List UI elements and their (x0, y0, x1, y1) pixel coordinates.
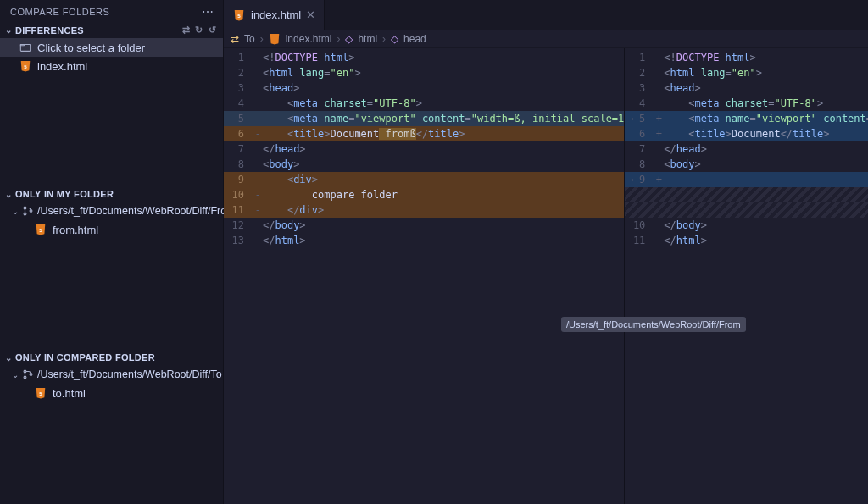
sidebar-title-bar: COMPARE FOLDERS ⋯ (0, 0, 223, 22)
diff-left-pane[interactable]: 1<!DOCTYPE html>2<html lang="en">3<head>… (224, 48, 625, 504)
swap-icon[interactable]: ⇄ (182, 25, 190, 36)
chevron-down-icon: ⌄ (12, 207, 19, 216)
only-my-file-name: from.html (53, 224, 98, 236)
code-line[interactable]: 10</body> (625, 218, 868, 233)
refresh-icon[interactable]: ↻ (195, 25, 203, 36)
chevron-right-icon: › (337, 33, 340, 45)
element-icon: ◇ (391, 33, 398, 45)
code-line[interactable]: 11</html> (625, 233, 868, 248)
code-line[interactable]: 5- <meta name="viewport" content="width=… (224, 111, 624, 126)
code-line[interactable]: 3<head> (625, 80, 868, 96)
code-content: <title>Document fromß</title> (263, 128, 624, 140)
chevron-down-icon: ⌄ (3, 25, 14, 35)
line-number: 1 (224, 52, 253, 64)
code-content: </head> (263, 143, 624, 155)
editor-tab-bar: 5 index.html ✕ ↑ ↓ ⎚ ▥ ⋯ (224, 0, 868, 30)
only-compared-folder-path-row[interactable]: ⌄ /Users/t_ft/Documents/WebRoot/Diff/To (0, 365, 223, 384)
code-line[interactable]: 1<!DOCTYPE html> (224, 50, 624, 65)
code-line[interactable]: 8<body> (625, 157, 868, 172)
only-compared-file-name: to.html (53, 387, 86, 400)
svg-point-8 (30, 374, 32, 376)
code-content: </body> (263, 219, 624, 231)
code-line[interactable]: 2<html lang="en"> (224, 65, 624, 80)
close-icon[interactable]: ✕ (306, 8, 315, 21)
code-line[interactable]: 4 <meta charset="UTF-8"> (625, 96, 868, 111)
code-line[interactable]: 7</head> (625, 141, 868, 157)
chevron-right-icon: › (260, 33, 264, 45)
sidebar-title: COMPARE FOLDERS (10, 7, 109, 17)
line-number: 4 (224, 97, 253, 109)
code-line[interactable]: 6- <title>Document fromß</title> (224, 126, 624, 141)
code-line[interactable] (625, 187, 868, 202)
only-my-folder-path-row[interactable]: ⌄ /Users/t_ft/Documents/WebRoot/Diff/Fro… (0, 202, 223, 220)
diff-file-row[interactable]: 5 index.html (0, 57, 223, 75)
only-compared-folder-header[interactable]: ⌄ONLY IN COMPARED FOLDER (0, 350, 223, 365)
diff-right-pane[interactable]: 1<!DOCTYPE html>2<html lang="en">3<head>… (625, 48, 868, 504)
svg-point-6 (24, 370, 26, 373)
line-number: 7 (224, 143, 253, 155)
code-line[interactable]: 9+ (625, 172, 868, 187)
bc-to[interactable]: To (244, 33, 255, 45)
repo-icon (22, 204, 34, 218)
html-file-icon: 5 (34, 223, 47, 236)
line-number: 6 (625, 128, 654, 140)
html-file-icon: 5 (19, 59, 32, 73)
line-number: 5 (224, 113, 253, 125)
diff-file-name: index.html (37, 60, 87, 73)
line-number: 5 (625, 113, 654, 125)
history-icon[interactable]: ↺ (209, 25, 216, 36)
bc-swap-icon[interactable]: ⇄ (231, 33, 239, 45)
line-number: 10 (224, 189, 253, 201)
code-line[interactable]: 13</html> (224, 233, 624, 248)
svg-text:5: 5 (24, 64, 27, 69)
html-file-icon (269, 33, 281, 45)
only-compared-file-row[interactable]: 5 to.html (0, 384, 223, 402)
code-line[interactable]: 9- <div> (224, 172, 624, 187)
select-folder-row[interactable]: Click to select a folder (0, 38, 223, 57)
code-content: <meta charset="UTF-8"> (664, 97, 868, 109)
bc-head[interactable]: head (403, 33, 426, 45)
only-my-file-row[interactable]: 5 from.html (0, 220, 223, 239)
code-line[interactable]: 6+ <title>Document</title> (625, 126, 868, 141)
code-content: <title>Document</title> (664, 128, 868, 140)
code-line[interactable] (625, 202, 868, 218)
line-number: 6 (224, 128, 253, 140)
code-line[interactable]: 5+ <meta name="viewport" content="width=… (625, 111, 868, 126)
line-number: 12 (224, 219, 253, 231)
code-line[interactable]: 8<body> (224, 157, 624, 172)
line-number: 3 (224, 82, 253, 94)
code-line[interactable]: 2<html lang="en"> (625, 65, 868, 80)
sidebar-more-icon[interactable]: ⋯ (202, 5, 214, 19)
code-line[interactable]: 4 <meta charset="UTF-8"> (224, 96, 624, 111)
code-content: </div> (263, 204, 624, 216)
only-compared-folder-path: /Users/t_ft/Documents/WebRoot/Diff/To (37, 368, 222, 380)
line-number: 11 (625, 235, 654, 246)
diff-body: 1<!DOCTYPE html>2<html lang="en">3<head>… (224, 48, 868, 504)
chevron-down-icon: ⌄ (3, 190, 14, 199)
code-content: </html> (664, 235, 868, 246)
code-line[interactable]: 12</body> (224, 218, 624, 233)
code-content: <meta name="viewport" content="width=ßß,… (664, 113, 868, 125)
code-line[interactable]: 7</head> (224, 141, 624, 157)
select-folder-label: Click to select a folder (37, 42, 145, 54)
editor-tab-label: index.html (251, 8, 301, 21)
breadcrumb-bar[interactable]: ⇄ To › index.html › ◇ html › ◇ head (224, 30, 868, 48)
editor-tab[interactable]: 5 index.html ✕ (224, 0, 325, 30)
code-content (664, 174, 868, 186)
code-line[interactable]: 10- compare folder (224, 187, 624, 202)
bc-file[interactable]: index.html (286, 33, 332, 45)
code-content: <body> (664, 158, 868, 170)
code-content: <html lang="en"> (263, 67, 624, 79)
code-line[interactable]: 1<!DOCTYPE html> (625, 50, 868, 65)
only-my-folder-header[interactable]: ⌄ONLY IN MY FOLDER (0, 186, 223, 202)
repo-icon (22, 368, 34, 381)
line-number: 10 (625, 219, 654, 231)
code-content: </body> (664, 219, 868, 231)
bc-html[interactable]: html (358, 33, 377, 45)
code-line[interactable]: 3<head> (224, 80, 624, 96)
code-line[interactable]: 11- </div> (224, 202, 624, 218)
line-number: 2 (224, 67, 253, 79)
code-content: <div> (263, 174, 624, 186)
line-number: 7 (625, 143, 654, 155)
differences-header[interactable]: ⌄DIFFERENCES ⇄ ↻ ↺ (0, 22, 223, 38)
